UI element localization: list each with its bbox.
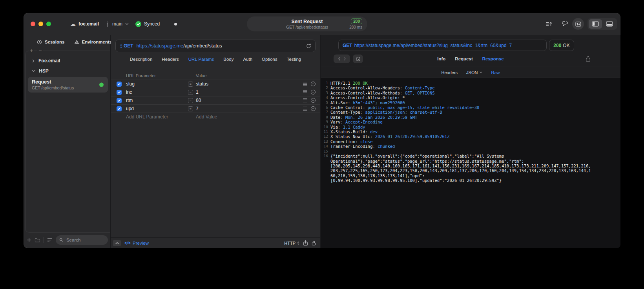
response-viewer: GET https://statuspage.me/api/embed/stat… <box>321 35 620 248</box>
remove-param-icon[interactable] <box>310 106 316 111</box>
response-line: 15 <box>321 149 620 154</box>
request-url-bar[interactable]: GET https://statuspage.me/api/embed/stat… <box>115 40 316 52</box>
request-item-subtitle: GET /api/embed/status <box>32 85 104 90</box>
protocol-selector[interactable]: HTTP <box>284 241 299 245</box>
param-enabled-checkbox[interactable] <box>117 82 122 87</box>
export-response-icon[interactable] <box>586 56 591 62</box>
toggle-bottom-panel-icon[interactable] <box>603 19 616 29</box>
traffic-lights <box>31 22 51 26</box>
tree-item-foe-email[interactable]: Foe.email <box>26 56 110 66</box>
chevron-down-icon <box>479 71 482 73</box>
add-session-button[interactable]: + <box>29 47 34 54</box>
layout-toggle-group <box>587 18 617 30</box>
toggle-sidebar-icon[interactable] <box>589 19 602 29</box>
lasso-export-icon[interactable] <box>561 21 569 27</box>
param-options-icon[interactable] <box>303 98 307 102</box>
request-status-pill[interactable]: Sent Request GET /api/embed/status 200 2… <box>247 16 367 31</box>
param-name-field[interactable]: slug <box>126 81 188 87</box>
param-enabled-checkbox[interactable] <box>117 106 122 111</box>
tab-body[interactable]: Body <box>223 57 234 62</box>
subtab-raw[interactable]: Raw <box>491 70 500 75</box>
response-line: [0,99.94,100,99.93,99.98,99.95,100],"upd… <box>321 178 620 183</box>
param-value-field[interactable]: 7 <box>196 106 303 111</box>
url-param-row: slug = status <box>111 80 320 88</box>
param-options-icon[interactable] <box>303 82 307 86</box>
filter-list-icon[interactable] <box>47 238 53 242</box>
response-line: 4Access-Control-Allow-Origin: * <box>321 95 620 100</box>
resend-icon[interactable] <box>306 43 311 49</box>
tab-auth[interactable]: Auth <box>243 57 252 62</box>
remove-session-button[interactable]: − <box>37 47 43 54</box>
param-value-field[interactable]: 1 <box>196 89 303 95</box>
tab-request[interactable]: Request <box>455 56 473 61</box>
response-line: 60,218,159,138,178,135,173,141],"upd": <box>321 173 620 178</box>
tab-response[interactable]: Response <box>482 56 504 61</box>
status-text: OK <box>563 43 569 48</box>
param-name-field[interactable]: rtm <box>126 98 188 103</box>
project-name[interactable]: foe.email <box>78 21 99 27</box>
add-param-value[interactable]: Add Value <box>196 114 217 120</box>
param-name-field[interactable]: inc <box>126 89 188 95</box>
tab-info[interactable]: Info <box>437 56 445 61</box>
close-button[interactable] <box>31 22 35 26</box>
remove-param-icon[interactable] <box>310 81 316 87</box>
titlebar-actions <box>545 18 617 30</box>
request-duration: 280 ms <box>349 25 362 29</box>
sidebar: Sessions Environments + − Foe.email <box>24 35 111 248</box>
tree-item-hsp[interactable]: HSP <box>26 66 110 76</box>
check-icon <box>117 99 121 102</box>
param-enabled-checkbox[interactable] <box>117 90 122 95</box>
method-selector[interactable]: GET <box>120 43 133 49</box>
zoom-button[interactable] <box>46 22 51 26</box>
tab-description[interactable]: Description <box>130 57 153 62</box>
branch-name[interactable]: main <box>112 21 122 27</box>
chevron-right-icon <box>32 59 35 63</box>
preview-button[interactable]: Preview <box>133 241 149 245</box>
tab-environments[interactable]: Environments <box>74 40 112 45</box>
remove-param-icon[interactable] <box>310 98 316 103</box>
sync-status: Synced <box>144 21 160 27</box>
response-line: 11X-Status-Build: dev <box>321 129 620 134</box>
search-input[interactable] <box>66 237 104 243</box>
param-enabled-checkbox[interactable] <box>117 98 122 103</box>
response-raw[interactable]: 1HTTP/1.1 200 OK2Access-Control-Allow-He… <box>321 78 620 248</box>
response-tabs: Info Request Response <box>321 56 620 61</box>
response-line: 7Content-Type: application/json; charset… <box>321 110 620 115</box>
add-folder-icon[interactable] <box>35 238 40 243</box>
add-request-icon[interactable] <box>27 238 31 242</box>
response-line: 5Alt-Svc: h3=":443"; ma=2592000 <box>321 100 620 105</box>
add-param-name[interactable]: Add URL Parameter <box>126 114 196 120</box>
history-icon <box>37 40 42 45</box>
request-url[interactable]: https://statuspage.me/api/embed/status <box>137 43 222 49</box>
param-value-field[interactable]: 60 <box>196 98 303 103</box>
status-code: 200 <box>553 43 561 48</box>
tab-sessions[interactable]: Sessions <box>37 40 65 45</box>
param-options-icon[interactable] <box>303 90 307 94</box>
lock-icon[interactable] <box>312 240 316 246</box>
sidebar-toolbar <box>27 235 108 245</box>
minimize-button[interactable] <box>38 22 43 26</box>
sent-request-line[interactable]: GET https://statuspage.me/api/embed/stat… <box>338 40 547 51</box>
chevron-down-icon <box>32 69 35 73</box>
tab-headers[interactable]: Headers <box>162 57 179 62</box>
sort-requests-icon[interactable] <box>545 21 553 27</box>
response-line: 9Vary: Accept-Encoding <box>321 120 620 124</box>
request-list-item[interactable]: Request GET /api/embed/status <box>28 77 108 93</box>
expand-panel-icon[interactable] <box>113 240 121 246</box>
search-icon <box>59 238 63 242</box>
tab-testing[interactable]: Testing <box>287 57 301 62</box>
subtab-headers[interactable]: Headers <box>441 70 458 75</box>
tab-options[interactable]: Options <box>262 57 277 62</box>
search-box[interactable] <box>56 235 108 245</box>
response-line: 13Connection: close <box>321 139 620 144</box>
param-value-field[interactable]: status <box>196 81 303 87</box>
check-icon <box>117 82 121 85</box>
subtab-json[interactable]: JSON <box>466 70 482 75</box>
swap-panels-icon[interactable] <box>572 18 584 30</box>
share-request-icon[interactable] <box>303 240 308 246</box>
tab-url-params[interactable]: URL Params <box>188 57 214 62</box>
remove-param-icon[interactable] <box>310 89 316 95</box>
chevron-down-icon[interactable] <box>125 23 129 25</box>
param-options-icon[interactable] <box>303 107 307 111</box>
param-name-field[interactable]: upd <box>126 106 188 111</box>
